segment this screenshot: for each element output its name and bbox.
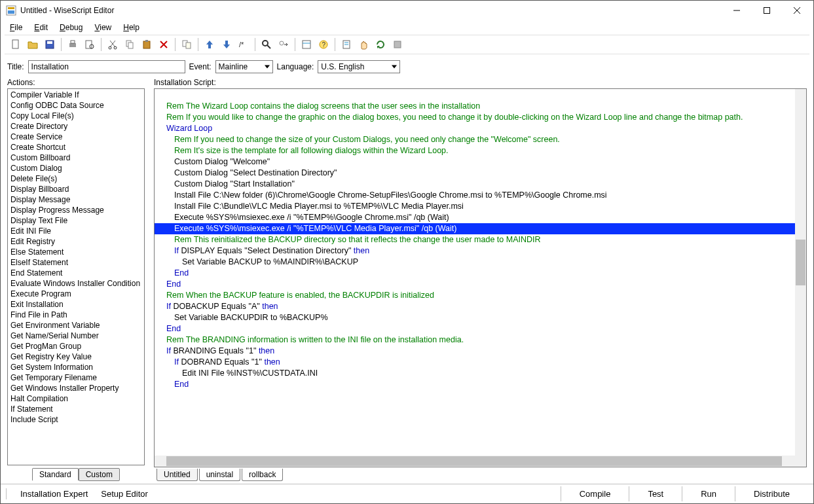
- script-line[interactable]: Wizard Loop: [155, 123, 806, 134]
- action-item[interactable]: Get Name/Serial Number: [8, 331, 144, 341]
- script-line[interactable]: Rem The Wizard Loop contains the dialog …: [155, 101, 806, 112]
- minimize-button[interactable]: [722, 1, 752, 20]
- print-preview-icon[interactable]: [82, 37, 98, 52]
- action-item[interactable]: Get Windows Installer Property: [8, 383, 144, 393]
- event-icon[interactable]: [339, 37, 354, 52]
- action-item[interactable]: Exit Installation: [8, 299, 144, 310]
- action-item[interactable]: Display Progress Message: [8, 205, 144, 215]
- save-icon[interactable]: [42, 37, 58, 52]
- script-tab-untitled[interactable]: Untitled: [157, 469, 198, 481]
- find-icon[interactable]: [259, 37, 274, 52]
- menu-file[interactable]: File: [5, 22, 28, 33]
- title-input[interactable]: [28, 60, 185, 73]
- script-line[interactable]: Install File C:\New folder (6)\Chrome\Go…: [155, 190, 806, 201]
- script-line[interactable]: Rem The BRANDING information is written …: [155, 334, 806, 346]
- action-item[interactable]: Get ProgMan Group: [8, 341, 144, 351]
- menu-edit[interactable]: Edit: [29, 22, 53, 33]
- action-item[interactable]: Copy Local File(s): [8, 111, 144, 121]
- script-line[interactable]: Rem This reinitialized the BACKUP direct…: [155, 234, 806, 245]
- script-line[interactable]: Rem It's size is the template for all fo…: [155, 145, 806, 156]
- comment-icon[interactable]: /*: [236, 37, 251, 52]
- script-line[interactable]: If BRANDING Equals "1" then: [155, 346, 806, 357]
- maximize-button[interactable]: [752, 1, 782, 20]
- new-icon[interactable]: [8, 37, 24, 52]
- action-item[interactable]: Halt Compilation: [8, 393, 144, 404]
- script-line[interactable]: Edit INI File %INST%\CUSTDATA.INI: [155, 368, 806, 379]
- action-item[interactable]: Create Directory: [8, 121, 144, 132]
- test-button[interactable]: Test: [629, 486, 682, 501]
- script-line[interactable]: Rem If you need to change the size of yo…: [155, 134, 806, 145]
- close-button[interactable]: [782, 1, 812, 20]
- script-line[interactable]: End: [155, 279, 806, 290]
- event-select[interactable]: Mainline: [215, 60, 273, 73]
- custom-tab[interactable]: Custom: [79, 468, 120, 481]
- action-item[interactable]: Include Script: [8, 414, 144, 425]
- script-tab-uninstal[interactable]: uninstal: [199, 469, 240, 481]
- script-line[interactable]: End: [155, 268, 806, 279]
- action-item[interactable]: Create Shortcut: [8, 142, 144, 153]
- action-item[interactable]: Create Service: [8, 132, 144, 142]
- action-item[interactable]: Execute Program: [8, 289, 144, 299]
- script-line[interactable]: Rem When the BACKUP feature is enabled, …: [155, 290, 806, 301]
- script-line[interactable]: If DOBACKUP Equals "A" then: [155, 301, 806, 312]
- script-line[interactable]: Execute %SYS%\msiexec.exe /i "%TEMP%\Goo…: [155, 212, 806, 223]
- action-item[interactable]: Get Registry Key Value: [8, 351, 144, 362]
- duplicate-icon[interactable]: [179, 37, 194, 52]
- script-editor[interactable]: Rem The Wizard Loop contains the dialog …: [154, 88, 807, 467]
- mode-tab-setup-editor[interactable]: Setup Editor: [98, 486, 151, 501]
- script-line[interactable]: If DOBRAND Equals "1" then: [155, 357, 806, 368]
- distribute-button[interactable]: Distribute: [735, 486, 808, 501]
- mode-tab-installation-expert[interactable]: Installation Expert: [18, 486, 90, 501]
- script-line[interactable]: Rem If you would like to change the grap…: [155, 112, 806, 123]
- actions-list[interactable]: Compiler Variable IfConfig ODBC Data Sou…: [7, 88, 145, 465]
- find-next-icon[interactable]: [276, 37, 291, 52]
- open-icon[interactable]: [25, 37, 41, 52]
- action-item[interactable]: Display Message: [8, 194, 144, 205]
- action-item[interactable]: Get Temporary Filename: [8, 372, 144, 383]
- vertical-scrollbar[interactable]: [795, 89, 806, 456]
- action-item[interactable]: Edit Registry: [8, 236, 144, 247]
- script-line[interactable]: If DISPLAY Equals "Select Destination Di…: [155, 245, 806, 257]
- hand-icon[interactable]: [356, 37, 371, 52]
- action-item[interactable]: If Statement: [8, 404, 144, 414]
- print-icon[interactable]: [65, 37, 81, 52]
- action-item[interactable]: Else Statement: [8, 247, 144, 257]
- language-select[interactable]: U.S. English: [318, 60, 400, 73]
- action-item[interactable]: Display Billboard: [8, 184, 144, 194]
- action-item[interactable]: Custom Billboard: [8, 153, 144, 163]
- move-down-icon[interactable]: [219, 37, 234, 52]
- menu-help[interactable]: Help: [118, 22, 145, 33]
- compile-button[interactable]: Compile: [561, 486, 629, 501]
- help-icon[interactable]: ?: [316, 37, 331, 52]
- paste-icon[interactable]: [139, 37, 155, 52]
- move-up-icon[interactable]: [202, 37, 217, 52]
- script-line[interactable]: Custom Dialog "Welcome": [155, 156, 806, 168]
- action-item[interactable]: Custom Dialog: [8, 163, 144, 173]
- action-item[interactable]: Get Environment Variable: [8, 320, 144, 331]
- script-line[interactable]: End: [155, 323, 806, 334]
- script-tab-rollback[interactable]: rollback: [242, 469, 283, 481]
- script-line[interactable]: Install File C:\Bundle\VLC Media Player.…: [155, 201, 806, 212]
- horizontal-scrollbar[interactable]: [155, 456, 806, 467]
- action-item[interactable]: ElseIf Statement: [8, 257, 144, 268]
- script-line[interactable]: Execute %SYS%\msiexec.exe /i "%TEMP%\VLC…: [155, 223, 806, 234]
- action-item[interactable]: End Statement: [8, 268, 144, 278]
- action-item[interactable]: Edit INI File: [8, 226, 144, 236]
- action-item[interactable]: Find File in Path: [8, 310, 144, 320]
- action-item[interactable]: Get System Information: [8, 362, 144, 372]
- standard-tab[interactable]: Standard: [32, 468, 79, 481]
- script-line[interactable]: Custom Dialog "Start Installation": [155, 179, 806, 190]
- script-line[interactable]: Set Variable BACKUP to %MAINDIR%\BACKUP: [155, 257, 806, 268]
- action-item[interactable]: Evaluate Windows Installer Condition: [8, 278, 144, 289]
- menu-debug[interactable]: Debug: [54, 22, 88, 33]
- run-button[interactable]: Run: [682, 486, 735, 501]
- script-line[interactable]: Custom Dialog "Select Destination Direct…: [155, 168, 806, 179]
- action-item[interactable]: Compiler Variable If: [8, 90, 144, 100]
- action-item[interactable]: Delete File(s): [8, 173, 144, 184]
- action-item[interactable]: Config ODBC Data Source: [8, 100, 144, 111]
- script-line[interactable]: Set Variable BACKUPDIR to %BACKUP%: [155, 312, 806, 323]
- menu-view[interactable]: View: [89, 22, 117, 33]
- properties-icon[interactable]: [299, 37, 314, 52]
- refresh-icon[interactable]: [373, 37, 388, 52]
- action-item[interactable]: Display Text File: [8, 215, 144, 226]
